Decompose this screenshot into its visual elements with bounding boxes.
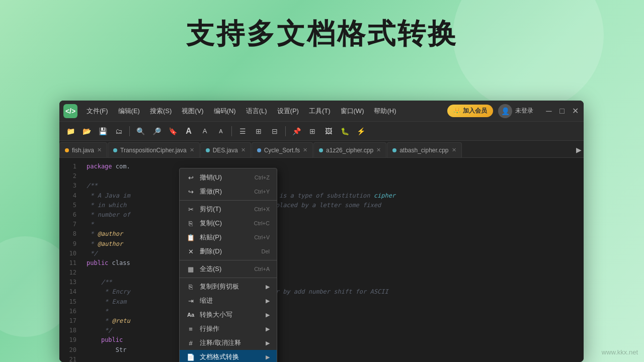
code-editor[interactable]: package com. /** * A Java im Cipher. /*I…	[78, 158, 584, 362]
menu-edit[interactable]: 编辑(E)	[113, 105, 145, 118]
tab-close-transposition[interactable]: ✕	[190, 147, 194, 153]
toolbar-open-file[interactable]: 📂	[79, 124, 94, 138]
tab-close-cycle[interactable]: ✕	[303, 147, 307, 153]
tab-close-des[interactable]: ✕	[241, 147, 246, 153]
ctx-doc-format[interactable]: 📄 文档格式转换 ▶	[180, 350, 277, 362]
tab-a1z26[interactable]: a1z26_cipher.cpp ✕	[313, 142, 386, 157]
ctx-paste[interactable]: 📋 粘贴(P) Ctrl+V	[180, 230, 277, 244]
tab-close-atbash[interactable]: ✕	[452, 147, 456, 153]
main-title: 支持多文档格式转换	[0, 15, 644, 53]
indent-icon: ⇥	[187, 297, 195, 305]
select-all-icon: ▦	[187, 265, 195, 273]
ctx-select-all[interactable]: ▦ 全选(S) Ctrl+A	[180, 262, 277, 276]
paste-icon: 📋	[187, 234, 195, 241]
ctx-redo-shortcut: Ctrl+Y	[254, 189, 270, 195]
ctx-sep-3	[180, 278, 277, 278]
tab-des[interactable]: DES.java ✕	[200, 142, 251, 157]
title-bar-right: 👑 加入会员 👤 未登录 ─ □ ✕	[447, 104, 580, 118]
ctx-select-all-shortcut: Ctrl+A	[254, 266, 270, 272]
toolbar-bolt[interactable]: ⚡	[354, 124, 368, 138]
tab-label-des: DES.java	[213, 147, 238, 154]
tab-fish-java[interactable]: fish.java ✕	[59, 142, 107, 157]
ctx-undo-shortcut: Ctrl+Z	[255, 174, 270, 180]
toolbar-image[interactable]: 🖼	[321, 124, 336, 138]
ctx-cut[interactable]: ✂ 剪切(T) Ctrl+X	[180, 202, 277, 216]
tab-atbash[interactable]: atbash_cipher.cpp ✕	[387, 142, 461, 157]
toolbar-aa-large[interactable]: A	[182, 124, 196, 138]
line-ops-icon: ≡	[187, 325, 195, 333]
ctx-paste-label: 粘贴(P)	[200, 233, 249, 242]
toolbar: 📁 📂 💾 🗂 🔍 🔎 🔖 A A A ☰ ⊞ ⊟ 📌 ⊞ 🖼 🐛 ⚡	[59, 122, 584, 141]
tab-label-a1z26: a1z26_cipher.cpp	[326, 147, 373, 154]
ctx-copy-clipboard-arrow: ▶	[266, 284, 270, 290]
join-member-button[interactable]: 👑 加入会员	[447, 105, 493, 117]
ctx-undo[interactable]: ↩ 撤销(U) Ctrl+Z	[180, 170, 277, 185]
tab-transposition[interactable]: TranspositionCipher.java ✕	[108, 142, 200, 157]
menu-search[interactable]: 搜索(S)	[145, 105, 177, 118]
ctx-comment[interactable]: # 注释/取消注释 ▶	[180, 336, 277, 350]
toolbar-bug[interactable]: 🐛	[338, 124, 352, 138]
maximize-button[interactable]: □	[557, 107, 567, 116]
ctx-delete[interactable]: ✕ 删除(D) Del	[180, 244, 277, 258]
ctx-copy-label: 复制(C)	[200, 219, 249, 228]
toolbar-search[interactable]: 🔍	[133, 124, 147, 138]
toolbar-bookmark[interactable]: 🔖	[166, 124, 180, 138]
toolbar-find[interactable]: 🔎	[149, 124, 164, 138]
menu-view[interactable]: 视图(V)	[177, 105, 208, 118]
user-area: 👤 未登录	[498, 104, 533, 118]
ctx-case-arrow: ▶	[266, 312, 270, 318]
toolbar-open-folder[interactable]: 📁	[63, 124, 77, 138]
toolbar-sep-1	[129, 126, 130, 136]
app-logo: </>	[63, 104, 77, 118]
toolbar-aa-small[interactable]: A	[214, 124, 228, 138]
cut-icon: ✂	[187, 206, 195, 213]
toolbar-pin[interactable]: 📌	[289, 124, 303, 138]
tab-dot-transposition	[113, 148, 117, 152]
ctx-copy-clipboard[interactable]: ⎘ 复制到剪切板 ▶	[180, 280, 277, 294]
ctx-indent[interactable]: ⇥ 缩进 ▶	[180, 294, 277, 308]
menu-settings[interactable]: 设置(P)	[272, 105, 304, 118]
ctx-cut-shortcut: Ctrl+X	[254, 206, 270, 212]
tab-dot-des	[206, 148, 210, 152]
ctx-line-ops[interactable]: ≡ 行操作 ▶	[180, 322, 277, 336]
menu-tools[interactable]: 工具(T)	[304, 105, 336, 118]
ctx-delete-label: 删除(D)	[200, 247, 256, 256]
comment-icon: #	[187, 339, 195, 347]
ctx-copy-shortcut: Ctrl+C	[254, 220, 270, 226]
doc-format-icon: 📄	[187, 353, 195, 361]
toolbar-sep-2	[231, 126, 232, 136]
toolbar-list[interactable]: ☰	[235, 124, 250, 138]
toolbar-grid[interactable]: ⊞	[252, 124, 266, 138]
ctx-sep-1	[180, 200, 277, 201]
toolbar-save[interactable]: 💾	[96, 124, 110, 138]
toolbar-save-all[interactable]: 🗂	[112, 124, 126, 138]
ctx-comment-label: 注释/取消注释	[200, 338, 261, 347]
title-bar: </> 文件(F) 编辑(E) 搜索(S) 视图(V) 编码(N) 语言(L) …	[59, 101, 584, 122]
ctx-redo[interactable]: ↪ 重做(R) Ctrl+Y	[180, 185, 277, 199]
menu-help[interactable]: 帮助(H)	[369, 105, 401, 118]
ctx-paste-shortcut: Ctrl+V	[254, 234, 270, 240]
tab-label-cycle: Cycle_Sort.fs	[264, 147, 300, 154]
app-window: </> 文件(F) 编辑(E) 搜索(S) 视图(V) 编码(N) 语言(L) …	[59, 101, 584, 362]
tab-close-fish[interactable]: ✕	[97, 147, 102, 153]
menu-window[interactable]: 窗口(W)	[336, 105, 369, 118]
ctx-case[interactable]: Aa 转换大小写 ▶	[180, 308, 277, 322]
tab-more-button[interactable]: ▶	[574, 142, 584, 157]
tabs-bar: fish.java ✕ TranspositionCipher.java ✕ D…	[59, 141, 584, 158]
ctx-doc-format-arrow: ▶	[266, 354, 270, 360]
tab-label-fish: fish.java	[72, 147, 94, 154]
menu-encode[interactable]: 编码(N)	[209, 105, 241, 118]
tab-close-a1z26[interactable]: ✕	[376, 147, 381, 153]
ctx-copy[interactable]: ⎘ 复制(C) Ctrl+C	[180, 216, 277, 230]
toolbar-aa-medium[interactable]: A	[198, 124, 212, 138]
window-controls: ─ □ ✕	[544, 107, 580, 116]
menu-file[interactable]: 文件(F)	[82, 105, 113, 118]
close-button[interactable]: ✕	[571, 107, 580, 116]
tab-cycle-sort[interactable]: Cycle_Sort.fs ✕	[252, 142, 313, 157]
minimize-button[interactable]: ─	[544, 107, 553, 116]
toolbar-align[interactable]: ⊟	[268, 124, 282, 138]
toolbar-table[interactable]: ⊞	[305, 124, 319, 138]
ctx-line-ops-label: 行操作	[200, 324, 261, 333]
copy-icon: ⎘	[187, 220, 195, 227]
menu-lang[interactable]: 语言(L)	[241, 105, 272, 118]
